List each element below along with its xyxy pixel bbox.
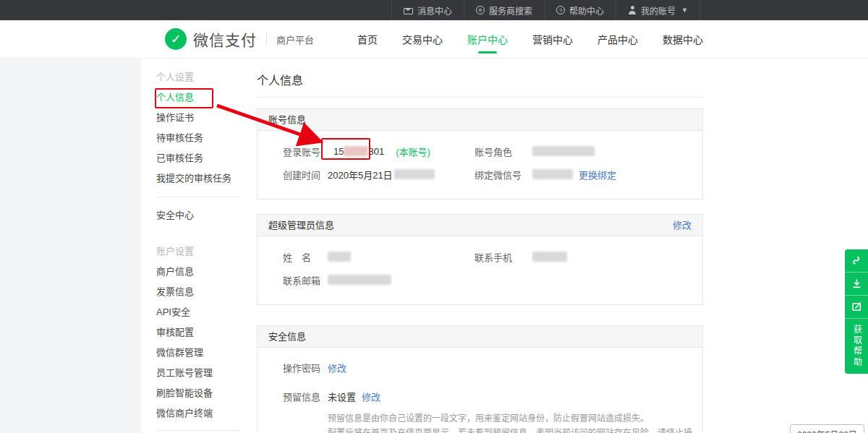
wechat-pay-logo-icon: ✓ (165, 28, 187, 50)
security-info-card-header: 安全信息 (258, 326, 702, 348)
sidebar-group-personal-settings-header: 个人设置 (141, 67, 250, 87)
redacted-phone (532, 252, 567, 262)
left-gray-strip (0, 59, 141, 433)
operation-password-label: 操作密码 (283, 361, 328, 374)
sidebar-item-wechat-merchant-terminal[interactable]: 微信商户终端 (141, 403, 250, 424)
topbar-item-label: 帮助中心 (569, 4, 604, 17)
search-icon (476, 6, 485, 14)
account-info-card-header: 账号信息 (258, 109, 702, 131)
sidebar-item-api-security[interactable]: API安全 (141, 302, 250, 322)
nav-marketing-center[interactable]: 营销中心 (532, 20, 573, 58)
topbar-item[interactable]: 消息中心 (391, 0, 464, 20)
reserved-info-description: 预留信息是由你自己设置的一段文字，用来鉴定网站身份，防止假冒网站造成损失。配置后… (328, 411, 702, 433)
topbar-item-label: 我的账号 (641, 4, 676, 17)
account-role-label: 账号角色 (475, 145, 532, 158)
super-admin-card: 超级管理员信息 修改 姓 名 联系手机 联系邮箱 (257, 214, 703, 305)
brand-title: 微信支付 (193, 28, 257, 50)
nav-account-center[interactable]: 账户中心 (467, 20, 508, 58)
edit-password-link[interactable]: 修改 (328, 361, 346, 374)
edit-admin-link[interactable]: 修改 (673, 215, 692, 236)
topbar-item[interactable]: 服务商搜索 (464, 0, 544, 20)
sidebar: 个人设置个人信息操作证书待审核任务已审核任务我提交的审核任务安全中心账户设置商户… (141, 59, 250, 433)
sidebar-item-security-center[interactable]: 安全中心 (141, 205, 250, 226)
sidebar-item-pending-review-tasks[interactable]: 待审核任务 (141, 128, 250, 148)
change-binding-link[interactable]: 更换绑定 (579, 168, 616, 181)
created-time-value: 2020年5月21日 (328, 168, 435, 181)
redacted-email (328, 275, 391, 285)
sidebar-item-merchant-info[interactable]: 商户信息 (141, 262, 250, 282)
reserved-info-label: 预留信息 (283, 390, 328, 403)
description-line: 配置后将在首页及充值页面显示。若未看到预留信息，表明当前访问的网站存在风险，请终… (328, 426, 702, 433)
link-icon[interactable] (845, 249, 868, 273)
edit-reserved-info-link[interactable]: 修改 (362, 390, 380, 403)
redacted-account-role (532, 146, 595, 156)
sidebar-item-reviewed-tasks[interactable]: 已审核任务 (141, 148, 250, 168)
site-header: ✓ 微信支付 商户平台 首页交易中心账户中心营销中心产品中心数据中心 (0, 20, 868, 59)
download-icon[interactable] (845, 273, 868, 296)
sidebar-item-review-config[interactable]: 审核配置 (141, 322, 250, 343)
redacted-name (328, 252, 351, 262)
sidebar-group-account-settings-header: 账户设置 (141, 241, 250, 262)
section-title: 安全信息 (268, 326, 306, 347)
nav-trade-center[interactable]: 交易中心 (402, 20, 443, 58)
sidebar-divider (156, 197, 239, 197)
login-account-label: 登录账号 (283, 145, 328, 158)
edit-icon[interactable] (845, 296, 868, 319)
get-help-label: 获取帮助 (851, 325, 863, 368)
main-content: 个人信息 账号信息 登录账号 15 301 (本账号) 账号角色 (257, 59, 703, 433)
current-account-note: (本账号) (396, 145, 430, 158)
bound-wechat-label: 绑定微信号 (475, 168, 532, 181)
date-tooltip: 2020年5月22日 (790, 424, 864, 433)
name-label: 姓 名 (283, 250, 328, 264)
mail-icon (404, 8, 413, 14)
chevron-down-icon: ▼ (681, 7, 688, 14)
redacted-created-time (394, 169, 435, 179)
contact-email-label: 联系邮箱 (283, 273, 328, 287)
sidebar-item-my-submitted-review-tasks[interactable]: 我提交的审核任务 (141, 168, 250, 189)
top-utility-bar: 消息中心服务商搜索?帮助中心我的账号▼ (0, 0, 868, 20)
created-time-label: 创建时间 (283, 168, 328, 181)
super-admin-card-header: 超级管理员信息 修改 (258, 215, 702, 236)
nav-data-center[interactable]: 数据中心 (663, 20, 703, 58)
account-info-card: 账号信息 登录账号 15 301 (本账号) 账号角色 (257, 108, 703, 200)
get-help-button[interactable]: 获取帮助 (845, 319, 868, 374)
section-title: 账号信息 (268, 109, 306, 130)
redacted-login-digits (344, 146, 368, 156)
reserved-info-status: 未设置 (328, 390, 356, 403)
section-title: 超级管理员信息 (268, 215, 334, 236)
question-icon: ? (556, 6, 565, 14)
user-icon (628, 6, 637, 14)
sidebar-item-face-payment-devices[interactable]: 刷脸智能设备 (141, 383, 250, 403)
sidebar-item-operation-certificate[interactable]: 操作证书 (141, 108, 250, 128)
sidebar-item-wechat-group-management[interactable]: 微信群管理 (141, 343, 250, 363)
topbar-item-label: 消息中心 (417, 4, 452, 17)
primary-nav: 首页交易中心账户中心营销中心产品中心数据中心 (357, 20, 703, 58)
floating-help-widget: 获取帮助 (845, 249, 868, 374)
sidebar-item-staff-account-management[interactable]: 员工账号管理 (141, 363, 250, 383)
portal-label: 商户平台 (276, 33, 314, 46)
sidebar-item-invoice-info[interactable]: 发票信息 (141, 282, 250, 302)
login-account-value: 15 301 (328, 143, 390, 160)
security-info-card: 安全信息 操作密码 修改 预留信息 未设置 修改 预留信息是由你自己设置的一段文… (257, 325, 703, 433)
nav-home[interactable]: 首页 (357, 20, 378, 58)
topbar-item-label: 服务商搜索 (489, 4, 532, 17)
description-line: 预留信息是由你自己设置的一段文字，用来鉴定网站身份，防止假冒网站造成损失。 (328, 411, 702, 426)
nav-product-center[interactable]: 产品中心 (597, 20, 638, 58)
redacted-wechat-id (532, 169, 573, 179)
logo[interactable]: ✓ 微信支付 商户平台 (165, 20, 314, 58)
topbar-item[interactable]: 我的账号▼ (616, 0, 700, 20)
topbar-item[interactable]: ?帮助中心 (544, 0, 616, 20)
divider (266, 33, 267, 46)
page-title: 个人信息 (257, 59, 703, 98)
contact-phone-label: 联系手机 (475, 250, 532, 264)
sidebar-divider (156, 430, 239, 431)
sidebar-item-personal-info[interactable]: 个人信息 (141, 87, 250, 108)
